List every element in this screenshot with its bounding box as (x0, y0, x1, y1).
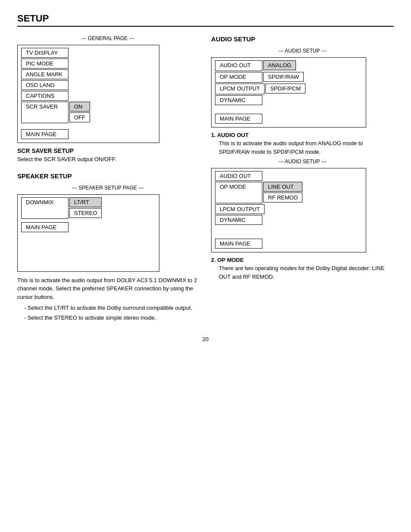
op-mode-row-2: OP MODE LINE OUT RF REMOD (215, 182, 362, 203)
scr-saver-options: ON OFF (69, 102, 90, 123)
lpcm-output-item-2[interactable]: LPCM OUTPUT (215, 204, 265, 214)
op-mode-item-2[interactable]: OP MODE (215, 182, 262, 203)
op-mode-numbered: 2. OP MODE (211, 257, 394, 263)
audio-main-page-button-1[interactable]: MAIN PAGE (215, 114, 262, 124)
general-label: --- GENERAL PAGE --- (17, 35, 198, 41)
angle-mark-item[interactable]: ANGLE MARK (21, 69, 68, 79)
speaker-main-page-row: MAIN PAGE (21, 222, 156, 232)
audio-menu-box-1: AUDIO OUT ANALOG OP MODE SPDIF/RAW LPCM … (211, 57, 366, 128)
audio-out-row-2: AUDIO OUT (215, 171, 362, 181)
audio-label-2: --- AUDIO SETUP --- (211, 159, 394, 165)
pic-mode-row: PIC MODE (21, 59, 156, 68)
scr-saver-off[interactable]: OFF (69, 112, 90, 122)
scr-saver-setup-section: SCR SAVER SETUP Select the SCR SAVER out… (17, 147, 198, 164)
general-section: --- GENERAL PAGE --- TV DISPLAY PIC MODE… (17, 35, 198, 143)
scr-saver-item[interactable]: SCR SAVER (21, 102, 68, 123)
audio-out-item[interactable]: AUDIO OUT (215, 60, 262, 71)
audio-main-page-row-1: MAIN PAGE (215, 114, 362, 124)
audio-out-desc: This is to activate the audio output fro… (219, 139, 394, 156)
captions-row: CAPTIONS (21, 91, 156, 101)
lpcm-output-item[interactable]: LPCM OUTPUT (215, 84, 265, 94)
audio-out-item-2[interactable]: AUDIO OUT (215, 171, 262, 181)
op-mode-options-1: SPDIF/RAW (263, 72, 304, 83)
pic-mode-item[interactable]: PIC MODE (21, 59, 68, 68)
dynamic-item[interactable]: DYNAMIC (215, 95, 262, 105)
ltrt-option[interactable]: LT/RT (69, 197, 102, 207)
spdif-raw-option[interactable]: SPDIF/RAW (263, 72, 304, 82)
bullet-ltrt: Select the LT/RT to activate the Dolby s… (22, 304, 198, 312)
general-menu-box: TV DISPLAY PIC MODE ANGLE MARK OSD LANG … (17, 45, 159, 143)
osd-lang-row: OSD LANG (21, 80, 156, 90)
scr-saver-row: SCR SAVER ON OFF (21, 102, 156, 123)
audio-setup-section-2: --- AUDIO SETUP --- AUDIO OUT OP MODE LI… (211, 159, 394, 252)
left-column: --- GENERAL PAGE --- TV DISPLAY PIC MODE… (17, 35, 198, 323)
tv-display-row: TV DISPLAY (21, 48, 156, 58)
scr-saver-on[interactable]: ON (69, 102, 90, 112)
op-mode-desc: There are two operating modes for the Do… (219, 264, 394, 281)
speaker-menu-box: DOWNMIX LT/RT STEREO MAIN PAGE (17, 194, 159, 272)
scr-saver-heading: SCR SAVER SETUP (17, 147, 198, 154)
lpcm-options: SPDIF/PCM (265, 84, 305, 94)
audio-main-page-button-2[interactable]: MAIN PAGE (215, 239, 262, 249)
audio-out-section: 1. AUDIO OUT This is to activate the aud… (211, 132, 394, 156)
speaker-section: SPEAKER SETUP --- SPEAKER SETUP PAGE ---… (17, 172, 198, 322)
audio-out-numbered: 1. AUDIO OUT (211, 132, 394, 138)
audio-main-page-row-2: MAIN PAGE (215, 239, 362, 249)
line-out-option[interactable]: LINE OUT (263, 182, 302, 192)
op-mode-options-2: LINE OUT RF REMOD (263, 182, 302, 203)
page-title: SETUP (17, 13, 394, 27)
stereo-option[interactable]: STEREO (69, 208, 102, 218)
downmix-options: LT/RT STEREO (69, 197, 102, 219)
analog-option[interactable]: ANALOG (263, 60, 296, 70)
lpcm-output-row: LPCM OUTPUT SPDIF/PCM (215, 84, 362, 94)
scr-saver-desc: Select the SCR SAVER output ON/OFF. (17, 155, 198, 164)
speaker-desc: This is to activate the audio output fro… (17, 276, 198, 302)
downmix-row: DOWNMIX LT/RT STEREO (21, 197, 156, 219)
angle-mark-row: ANGLE MARK (21, 69, 156, 79)
lpcm-output-row-2: LPCM OUTPUT (215, 204, 362, 214)
bullet-stereo: Select the STEREO to activate simple ste… (22, 314, 198, 322)
audio-menu-box-2: AUDIO OUT OP MODE LINE OUT RF REMOD LPCM… (211, 168, 366, 252)
page-number: 20 (17, 336, 394, 342)
tv-display-item[interactable]: TV DISPLAY (21, 48, 68, 58)
speaker-title: SPEAKER SETUP (17, 172, 198, 180)
audio-setup-section-1: --- AUDIO SETUP --- AUDIO OUT ANALOG OP … (211, 48, 394, 128)
spdif-pcm-option[interactable]: SPDIF/PCM (265, 84, 305, 93)
osd-lang-item[interactable]: OSD LANG (21, 80, 68, 90)
op-mode-item[interactable]: OP MODE (215, 72, 262, 83)
right-column: AUDIO SETUP --- AUDIO SETUP --- AUDIO OU… (211, 35, 394, 323)
dynamic-item-2[interactable]: DYNAMIC (215, 215, 262, 225)
rf-remod-option[interactable]: RF REMOD (263, 193, 302, 202)
speaker-main-page-button[interactable]: MAIN PAGE (21, 222, 68, 232)
speaker-label: --- SPEAKER SETUP PAGE --- (17, 185, 198, 191)
general-main-page-row: MAIN PAGE (21, 129, 156, 139)
captions-item[interactable]: CAPTIONS (21, 91, 68, 101)
general-main-page-button[interactable]: MAIN PAGE (21, 129, 68, 139)
audio-out-options: ANALOG (263, 60, 296, 71)
op-mode-section: 2. OP MODE There are two operating modes… (211, 257, 394, 281)
dynamic-row-2: DYNAMIC (215, 215, 362, 225)
audio-out-row: AUDIO OUT ANALOG (215, 60, 362, 71)
dynamic-row: DYNAMIC (215, 95, 362, 105)
downmix-item[interactable]: DOWNMIX (21, 197, 68, 219)
audio-setup-title: AUDIO SETUP (211, 35, 394, 43)
op-mode-row: OP MODE SPDIF/RAW (215, 72, 362, 83)
audio-label-1: --- AUDIO SETUP --- (211, 48, 394, 54)
speaker-bullets: Select the LT/RT to activate the Dolby s… (22, 304, 198, 322)
